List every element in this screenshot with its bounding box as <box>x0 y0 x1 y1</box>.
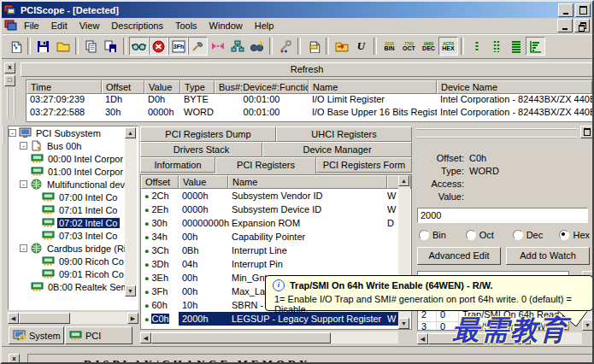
column-header-name[interactable]: Name <box>228 175 387 189</box>
sort-button[interactable] <box>526 37 545 56</box>
advanced-edit-button[interactable]: Advanced Edit <box>417 247 501 265</box>
tree-item-device[interactable]: 00:00 Intel Corpor <box>9 152 126 165</box>
register-row[interactable]: ●3Dh 04h Interrupt Pin <box>141 257 411 271</box>
maximize-button[interactable] <box>575 3 591 17</box>
table-row[interactable]: 03:27:09:239 1Dh D0h BYTE 00:01:00 I/O L… <box>26 93 592 106</box>
register-row[interactable]: ●34h 00h Capability Pointer <box>141 230 411 244</box>
find-button[interactable] <box>247 37 267 56</box>
tab-information[interactable]: Information <box>140 157 215 173</box>
tree-item-cardbus-bridge[interactable]: - Cardbus bridge (Ric <box>9 242 126 255</box>
scroll-left-icon[interactable]: ◀ <box>140 332 151 343</box>
tab-pci-registers-form[interactable]: PCI Registers Form <box>316 157 412 173</box>
compare-button[interactable] <box>208 37 227 56</box>
register-row[interactable]: ●2Ch 0000h Subsystem Vendor ID W <box>141 189 411 203</box>
menu-descriptions[interactable]: Descriptions <box>105 19 169 32</box>
register-row[interactable]: ●2Eh 0000h Subsystem Device ID W <box>141 203 411 216</box>
radio-oct[interactable]: Oct <box>466 230 513 240</box>
tab-device-manager-view[interactable]: Device Manager <box>262 142 412 157</box>
column-header-value[interactable]: Value <box>144 80 180 94</box>
tab-pci-registers[interactable]: PCI Registers <box>215 157 316 174</box>
list-medium-button[interactable] <box>486 37 506 56</box>
column-header-name[interactable]: Name <box>309 80 437 94</box>
column-header-bus[interactable]: Bus#:Device#:Function# <box>215 80 309 94</box>
add-to-watch-button[interactable]: Add to Watch <box>506 247 590 265</box>
dock-grip[interactable] <box>7 88 15 117</box>
underline-button[interactable]: U <box>351 37 371 56</box>
export-button[interactable] <box>332 37 351 56</box>
stop-refresh-button[interactable] <box>149 37 168 56</box>
menu-tools[interactable]: Tools <box>169 19 203 32</box>
tree-item-device[interactable]: 0B:00 Realtek Sem <box>9 280 126 293</box>
tree-view-button[interactable] <box>227 37 247 56</box>
tab-system[interactable]: System <box>9 326 64 344</box>
tree-item-device[interactable]: 07:03 Intel Co <box>9 229 126 242</box>
copy-special-button[interactable] <box>101 37 121 56</box>
scroll-up-icon[interactable]: ▲ <box>398 175 409 186</box>
scroll-down-icon[interactable]: ▼ <box>398 318 409 329</box>
register-row[interactable]: ●3Ch 0Bh Interrupt Line <box>141 244 411 257</box>
collapse-icon[interactable]: - <box>9 129 16 137</box>
tree-item-device[interactable]: 07:01 Intel Co <box>9 203 126 216</box>
radio-bin[interactable]: Bin <box>419 230 466 240</box>
panel-maximize-button[interactable] <box>580 126 594 138</box>
menu-help[interactable]: Help <box>249 19 280 32</box>
child-restore-button[interactable] <box>574 19 590 32</box>
collapse-icon[interactable]: - <box>20 180 27 188</box>
radio-dec[interactable]: Dec <box>513 230 560 240</box>
list-small-button[interactable] <box>467 37 486 56</box>
view-descriptions-button[interactable] <box>129 37 149 56</box>
list-lines-button[interactable] <box>506 37 526 56</box>
column-header-type[interactable]: Type <box>180 80 215 94</box>
scroll-left-icon[interactable]: ◀ <box>8 313 19 324</box>
minimize-button[interactable] <box>558 3 573 17</box>
hex-offsets-button[interactable]: 3Fh <box>168 37 188 56</box>
tree-item-pci-subsystem[interactable]: - PCI Subsystem <box>9 126 126 139</box>
refresh-panel-restore-button[interactable]: □ <box>4 75 15 86</box>
save-button[interactable] <box>33 37 53 56</box>
scroll-down-icon[interactable]: ▼ <box>125 285 136 296</box>
tools-button[interactable] <box>188 37 208 56</box>
scroll-right-icon[interactable]: ▶ <box>127 313 138 324</box>
options-button[interactable] <box>275 37 295 56</box>
menu-edit[interactable]: Edit <box>45 19 74 32</box>
column-header-time[interactable]: Time <box>26 80 102 94</box>
refresh-button[interactable] <box>5 37 25 56</box>
collapse-icon[interactable]: - <box>20 142 27 150</box>
tree-item-device-selected[interactable]: 07:02 Intel Co <box>9 216 126 229</box>
binary-format-button[interactable]: 1010 BIN <box>379 37 399 56</box>
column-header-value[interactable]: Value <box>179 175 228 189</box>
radio-hex[interactable]: Hex <box>559 230 590 240</box>
tree-item-device[interactable]: 07:00 Intel Co <box>9 191 126 203</box>
tree-item-device[interactable]: 09:01 Ricoh Co <box>9 267 126 280</box>
register-row[interactable]: ●30h 00000000h Expansion ROM D <box>141 216 411 230</box>
scroll-left-icon[interactable]: ◀ <box>417 333 428 344</box>
tree-item-device[interactable]: 09:00 Ricoh Co <box>9 255 126 267</box>
child-minimize-button[interactable] <box>557 19 573 32</box>
hex-format-button[interactable]: ACF0 HEX <box>438 37 458 56</box>
memory-panel-close-button[interactable]: x <box>9 354 20 364</box>
tree-item-multifunctional[interactable]: - Multifunctional devi <box>9 178 126 191</box>
value-input[interactable]: 2000 <box>417 208 588 223</box>
tab-uhci-registers[interactable]: UHCI Registers <box>276 126 412 142</box>
column-header-offset[interactable]: Offset <box>141 175 179 189</box>
panel-grip[interactable] <box>416 128 577 138</box>
tab-pci-registers-dump[interactable]: PCI Registers Dump <box>140 126 276 142</box>
open-button[interactable] <box>53 37 73 56</box>
tree-vertical-scrollbar[interactable]: ▲ ▼ <box>125 127 137 296</box>
tab-drivers-stack[interactable]: Drivers Stack <box>140 142 262 157</box>
column-header-offset[interactable]: Offset <box>102 80 144 94</box>
scroll-up-icon[interactable]: ▲ <box>125 127 136 138</box>
octal-format-button[interactable]: 7700 OCT <box>399 37 419 56</box>
table-row[interactable]: 03:27:22:588 30h 0000h WORD 00:01:00 I/O… <box>26 106 592 119</box>
refresh-panel-close-button[interactable]: x <box>4 62 15 73</box>
menu-window[interactable]: Window <box>203 19 249 32</box>
document-icon[interactable] <box>4 20 18 32</box>
tree-item-device[interactable]: 01:00 Intel Corpor <box>9 165 126 178</box>
tree-horizontal-scrollbar[interactable]: ◀ ▶ <box>8 312 138 324</box>
column-header-device-name[interactable]: Device Name <box>437 80 592 94</box>
menu-view[interactable]: View <box>74 19 106 32</box>
tree-item-bus-00h[interactable]: - Bus 00h <box>9 139 126 152</box>
new-pci-scan-button[interactable] <box>303 37 323 56</box>
collapse-icon[interactable]: - <box>20 244 27 252</box>
menu-file[interactable]: File <box>18 19 45 32</box>
